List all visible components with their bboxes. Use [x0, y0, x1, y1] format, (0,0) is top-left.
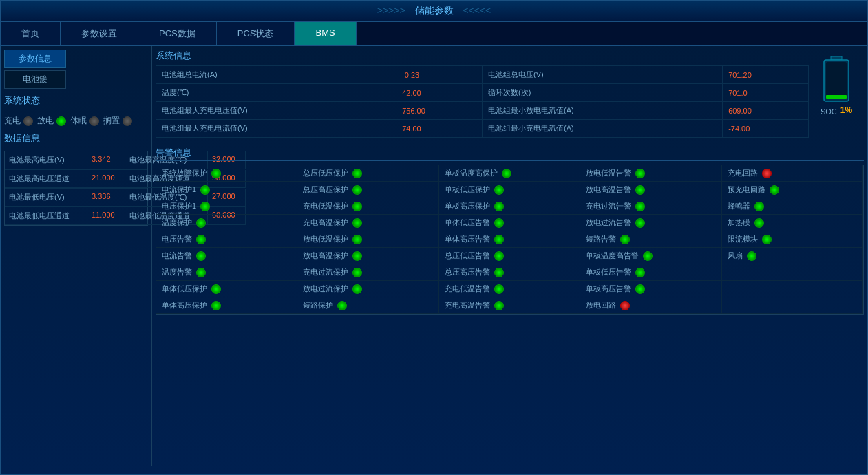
d4v1: 11.000	[87, 207, 125, 225]
alarm-label: 单体高压保护	[162, 300, 207, 310]
left-arrows: >>>>>	[377, 5, 405, 16]
alarm-dot	[200, 185, 210, 195]
page-title: 储能参数	[415, 5, 454, 16]
alarm-dot	[747, 251, 756, 261]
alarm-dot	[635, 218, 645, 228]
alarm-dot	[635, 185, 645, 195]
si2-v1: 42.00	[396, 84, 483, 102]
alarm-dot	[200, 202, 210, 211]
alarm-dot	[754, 218, 764, 228]
alarm-label: 电压告警	[162, 234, 192, 244]
alarm-dot	[352, 268, 362, 277]
si2-c2: 循环次数(次)	[482, 84, 722, 102]
alarm-grid: 系统故障保护总压低压保护单板温度高保护放电低温告警充电回路电流保护1总压高压保护…	[156, 165, 864, 315]
charging-dot	[23, 116, 33, 126]
alarm-label: 放电回路	[586, 300, 616, 310]
tab-home[interactable]: 首页	[1, 22, 61, 45]
charging-label: 充电	[4, 115, 21, 127]
alarm-label: 总压高压告警	[445, 267, 490, 277]
alarm-cell: 放电高温告警	[580, 182, 721, 198]
alarm-dot	[352, 284, 362, 294]
alarm-label: 总压低压告警	[445, 251, 490, 261]
alarm-dot	[494, 301, 504, 310]
discharging-label: 放电	[37, 115, 54, 127]
alarm-cell	[722, 297, 863, 314]
alarm-cell: 单体低压告警	[439, 215, 580, 231]
alarm-label: 单体低压保护	[162, 284, 207, 294]
alarm-label: 充电高温保护	[303, 218, 348, 228]
alarm-cell: 电压保护1	[156, 198, 297, 215]
alarm-cell: 蜂鸣器	[722, 198, 863, 215]
si2-c1: 温度(℃)	[156, 84, 396, 102]
d1v1: 3.342	[87, 151, 125, 169]
soc-display: SOC 1%	[821, 105, 852, 116]
svg-rect-3	[826, 95, 847, 99]
alarm-cell: 单板温度高告警	[580, 248, 721, 264]
alarm-label: 电流保护1	[162, 184, 196, 195]
alarm-label: 充电回路	[728, 168, 758, 178]
alarm-cell	[722, 281, 863, 297]
alarm-title: 告警信息	[156, 147, 864, 161]
alarm-cell: 放电低温告警	[580, 165, 721, 182]
alarm-label: 单板温度高告警	[586, 251, 639, 261]
alarm-dot	[352, 218, 362, 228]
alarm-cell: 单板温度高保护	[439, 165, 580, 182]
alarm-label: 放电高温保护	[303, 251, 348, 261]
alarm-dot	[494, 235, 504, 244]
alarm-cell: 充电过流保护	[297, 264, 438, 281]
alarm-label: 电流告警	[162, 251, 192, 261]
alarm-cell: 放电过流告警	[580, 215, 721, 231]
discharging-dot	[56, 116, 66, 126]
alarm-label: 单板高压保护	[445, 201, 490, 211]
alarm-label: 总压低压保护	[303, 168, 348, 178]
content-area: 参数信息 电池簇 系统状态 充电 放电 休眠 搁置	[1, 46, 867, 466]
alarm-cell: 单体低压保护	[156, 281, 297, 297]
sys-info-table: 电池组总电流(A) -0.23 电池组总电压(V) 701.20 温度(℃) 4…	[156, 65, 809, 138]
sys-state-row: 充电 放电 休眠 搁置	[4, 115, 148, 127]
right-panel: 系统信息 电池组总电流(A) -0.23 电池组总电压(V) 701.20 温度…	[152, 46, 867, 466]
alarm-cell: 充电低温告警	[439, 281, 580, 297]
si4-v2: -74.00	[723, 120, 809, 138]
d3v1: 3.336	[87, 189, 125, 207]
data-info-title: 数据信息	[4, 132, 148, 147]
alarm-cell: 单板高压保护	[439, 198, 580, 215]
param-info-button[interactable]: 参数信息	[4, 50, 66, 68]
alarm-dot	[211, 169, 221, 178]
alarm-dot	[494, 218, 504, 228]
alarm-label: 充电高温告警	[445, 300, 490, 310]
alarm-dot	[211, 301, 221, 310]
sys-info-row-4: 电池组最大充电电流值(V) 74.00 电池组最小充电电流值(A) -74.00	[156, 120, 809, 138]
sleep-dot	[89, 116, 99, 126]
soc-value: 1%	[840, 105, 852, 115]
alarm-cell: 单体高压保护	[156, 297, 297, 314]
alarm-dot	[211, 284, 221, 294]
alarm-cell: 单板高压告警	[580, 281, 721, 297]
alarm-label: 单板温度高保护	[445, 168, 498, 178]
idle-dot	[123, 116, 132, 126]
svg-rect-2	[826, 62, 847, 99]
alarm-dot	[494, 268, 504, 277]
alarm-label: 电压保护1	[162, 201, 196, 211]
tab-pcs-status[interactable]: PCS状态	[217, 22, 295, 45]
tab-pcs-data[interactable]: PCS数据	[138, 22, 217, 45]
alarm-dot	[352, 202, 362, 211]
alarm-dot	[196, 251, 206, 261]
tab-bms[interactable]: BMS	[295, 22, 356, 45]
alarm-dot	[620, 301, 630, 310]
battery-cluster-button[interactable]: 电池簇	[4, 70, 66, 89]
alarm-label: 预充电回路	[728, 184, 765, 195]
alarm-cell: 电流保护1	[156, 182, 297, 198]
alarm-dot	[635, 169, 645, 178]
si-v1: -0.23	[396, 66, 483, 84]
tab-param-settings[interactable]: 参数设置	[61, 22, 138, 45]
si3-v1: 756.00	[396, 102, 483, 120]
alarm-label: 短路保护	[303, 300, 333, 310]
alarm-dot	[770, 185, 779, 195]
alarm-label: 充电低温告警	[445, 284, 490, 294]
state-sleep: 休眠	[70, 115, 99, 127]
alarm-label: 放电低温告警	[586, 168, 631, 178]
alarm-dot	[494, 251, 504, 261]
sys-info-row-2: 温度(℃) 42.00 循环次数(次) 701.0	[156, 84, 809, 102]
alarm-cell: 温度保护	[156, 215, 297, 231]
alarm-label: 充电过流告警	[586, 201, 631, 211]
